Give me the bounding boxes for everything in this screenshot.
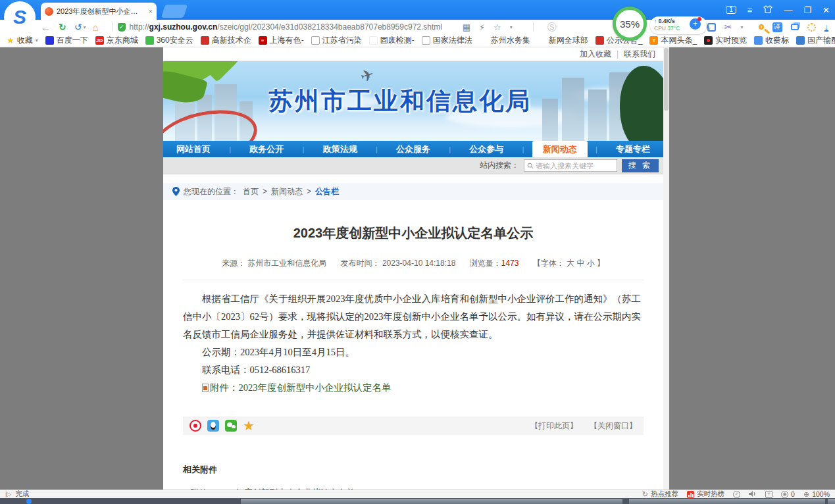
undo-icon[interactable]: ↺: [74, 22, 82, 32]
hot-recommend-button[interactable]: ↻热点推荐: [642, 490, 678, 499]
url-text[interactable]: http://gxj.suzhou.gov.cn/szeic/ggl/20230…: [130, 22, 442, 32]
nav-item-participation[interactable]: 公众参与: [459, 141, 514, 157]
minimize-button[interactable]: —: [784, 6, 792, 14]
location-pin-icon: [172, 187, 180, 196]
favicon-headline-icon: T: [649, 36, 658, 45]
sogou-assistant-icon[interactable]: Ⓢ: [547, 22, 557, 32]
article-views: 浏览量：1473: [470, 259, 519, 268]
favicon-db-icon: DB: [369, 36, 378, 45]
new-tab-button[interactable]: [161, 5, 188, 18]
share-wechat-icon[interactable]: [225, 420, 237, 432]
site-search-button[interactable]: 搜 索: [622, 159, 659, 172]
favorite-caret-icon[interactable]: ▾: [510, 24, 513, 30]
building-shape: [562, 78, 584, 141]
nav-item-special-topics[interactable]: 专题专栏: [605, 141, 661, 157]
page-scrollbar[interactable]: [663, 47, 669, 490]
bookmark-item[interactable]: ≡上海有色-: [259, 35, 304, 46]
bookmark-item[interactable]: 实时预览: [704, 35, 747, 46]
close-button[interactable]: ✕: [822, 6, 830, 14]
nav-item-news-active[interactable]: 新闻动态: [532, 141, 588, 157]
page-repair-icon[interactable]: +: [765, 491, 772, 498]
multi-window-icon[interactable]: [791, 24, 799, 30]
browser-tab[interactable]: 2023年度创新型中小企… ×: [41, 3, 157, 20]
ad-block-counter[interactable]: ◉0: [781, 490, 795, 498]
bookmark-item[interactable]: ≣国家法律法: [422, 35, 472, 46]
attachment-link[interactable]: 附件：2023年度创新型中小企业拟认定名单: [183, 379, 644, 397]
security-check-icon[interactable]: ✓: [733, 491, 740, 498]
article-publish-time: 发布时间： 2023-04-10 14:18:18: [341, 259, 456, 268]
close-window-button[interactable]: 【关闭窗口】: [590, 420, 637, 432]
bookmark-item[interactable]: 收费标: [754, 35, 789, 46]
speaker-icon[interactable]: [749, 490, 757, 499]
bookmark-item[interactable]: ≣江苏省污染: [311, 35, 362, 46]
nav-item-gov-info[interactable]: 政务公开: [239, 141, 294, 157]
print-page-button[interactable]: 【打印此页】: [530, 420, 578, 432]
article-source: 来源： 苏州市工业和信息化局: [222, 259, 326, 268]
password-key-icon[interactable]: [759, 24, 764, 30]
bookmark-item[interactable]: 国产输配水: [796, 35, 835, 46]
bookmark-item[interactable]: 360安全云: [145, 35, 193, 46]
airplane-icon: ✈: [358, 65, 376, 87]
home-icon[interactable]: ⌂: [92, 22, 98, 32]
scrollbar-thumb[interactable]: [664, 48, 669, 111]
tab-close-icon[interactable]: ×: [149, 7, 153, 15]
bookmark-item[interactable]: DB固废检测-: [369, 35, 415, 46]
site-search-field[interactable]: [524, 159, 617, 172]
hot-rank-button[interactable]: 实时热榜: [687, 490, 724, 499]
windows-taskbar[interactable]: [0, 498, 835, 504]
building-shape: [542, 99, 558, 141]
tab-count-badge[interactable]: 1: [726, 6, 736, 14]
menu-icon[interactable]: ≡: [747, 6, 753, 14]
breadcrumb-home-link[interactable]: 首页: [243, 186, 259, 197]
bookmark-item[interactable]: 高新技术企: [201, 35, 251, 46]
refresh-icon[interactable]: ↻: [59, 22, 66, 32]
flash-speed-icon[interactable]: ⚡: [479, 23, 485, 32]
screenshot-scissors-icon[interactable]: ✂: [724, 22, 732, 32]
breadcrumb-news-link[interactable]: 新闻动态: [271, 186, 303, 197]
building-shape: [588, 89, 607, 141]
download-icon[interactable]: ↓: [824, 23, 829, 32]
attachment-icon: [202, 384, 209, 392]
nav-item-policies[interactable]: 政策法规: [313, 141, 368, 157]
taskbar-window-button[interactable]: [241, 499, 622, 504]
favorite-star-icon[interactable]: ☆: [493, 23, 501, 32]
related-heading: 相关附件: [183, 464, 644, 476]
extensions-circle-icon[interactable]: [807, 23, 816, 32]
bookmark-item[interactable]: ➤新网全球部: [538, 35, 588, 46]
maximize-button[interactable]: ❐: [803, 6, 811, 14]
favorites-menu[interactable]: ★收藏▾: [7, 35, 38, 46]
breadcrumb-current[interactable]: 公告栏: [315, 186, 339, 197]
undo-caret-icon[interactable]: ▾: [83, 24, 86, 30]
taskbar-window-button[interactable]: [828, 499, 835, 504]
site-safety-shield-icon[interactable]: ✓: [118, 23, 126, 32]
contact-us-link[interactable]: 联系我们: [624, 49, 655, 60]
add-favorite-link[interactable]: 加入收藏: [580, 49, 611, 60]
back-icon[interactable]: ←: [41, 22, 51, 32]
skin-theme-icon[interactable]: [763, 5, 772, 14]
taskbar-window-button[interactable]: [629, 499, 825, 504]
site-search-input[interactable]: [536, 162, 614, 170]
share-qzone-star-icon[interactable]: ★: [243, 420, 255, 432]
qrcode-icon[interactable]: ▦: [463, 23, 470, 32]
share-qq-icon[interactable]: [207, 420, 219, 432]
favicon-document-icon: ≣: [422, 36, 430, 45]
bookmark-item[interactable]: T本网头条_: [649, 35, 697, 46]
share-weibo-icon[interactable]: [190, 420, 201, 432]
sogou-logo[interactable]: S: [4, 1, 36, 33]
views-count: 1473: [501, 259, 519, 268]
nav-item-home[interactable]: 网站首页: [166, 141, 221, 157]
acceleration-gauge[interactable]: 35%: [613, 7, 647, 41]
translate-icon[interactable]: 译: [772, 22, 782, 32]
zoom-control[interactable]: ⊕100%: [803, 490, 830, 499]
star-icon: ★: [7, 36, 14, 45]
taskbar-app-icon[interactable]: [26, 499, 32, 504]
bookmark-item[interactable]: 百度一下: [45, 35, 88, 46]
breadcrumb-separator: >: [263, 187, 267, 196]
bookmark-item[interactable]: JD京东商城: [95, 35, 138, 46]
font-size-switcher[interactable]: 【字体： 大 中 小 】: [533, 259, 605, 268]
bookmark-item[interactable]: ✿苏州水务集: [480, 35, 530, 46]
favorites-caret-icon: ▾: [36, 38, 38, 43]
nav-item-services[interactable]: 公众服务: [386, 141, 441, 157]
screenshot-caret-icon[interactable]: ▾: [740, 24, 743, 30]
nav-separator: |: [303, 141, 305, 157]
